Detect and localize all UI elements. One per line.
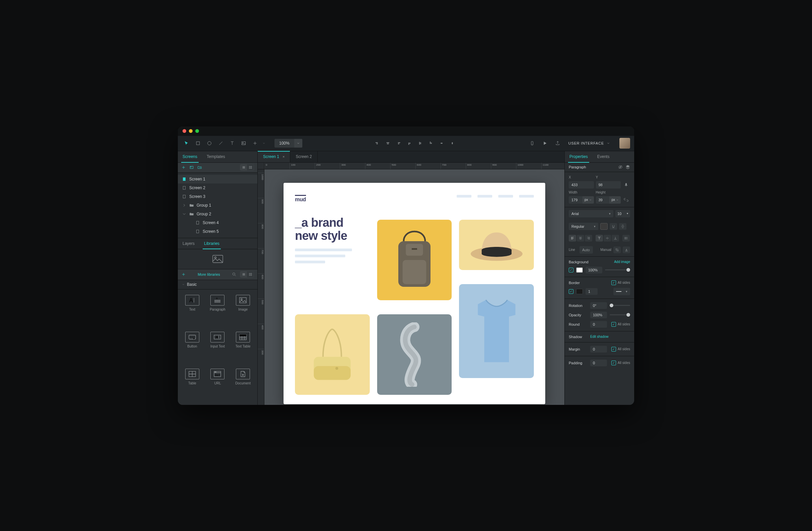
widget-table[interactable]: Table bbox=[180, 367, 205, 401]
bg-opacity-slider[interactable] bbox=[605, 269, 630, 270]
valign-bottom-icon[interactable] bbox=[612, 235, 619, 241]
opacity-input[interactable]: 100% bbox=[590, 312, 607, 318]
font-size-input[interactable]: 10▾ bbox=[615, 210, 630, 217]
artboard[interactable]: mud _a brand new style bbox=[284, 183, 545, 404]
play-icon[interactable] bbox=[540, 138, 550, 148]
border-enabled-checkbox[interactable]: ✓ bbox=[569, 289, 574, 294]
align-hcenter-icon[interactable] bbox=[383, 138, 393, 148]
card-bag[interactable] bbox=[295, 314, 370, 395]
card-backpack[interactable] bbox=[377, 220, 452, 300]
tree-item-group-2[interactable]: Group 2 bbox=[178, 210, 257, 218]
border-allsides-checkbox[interactable]: ✓ bbox=[611, 280, 616, 285]
image-screen-icon[interactable] bbox=[189, 165, 194, 170]
align-right-text-icon[interactable] bbox=[585, 235, 592, 241]
valign-top-icon[interactable] bbox=[596, 235, 603, 241]
height-input[interactable]: 39px bbox=[596, 196, 621, 204]
more-libraries-link[interactable]: More libraries bbox=[189, 272, 229, 276]
canvas-stage[interactable]: mud _a brand new style bbox=[264, 169, 564, 405]
line-tool[interactable] bbox=[216, 138, 226, 148]
align-vcenter-icon[interactable] bbox=[416, 138, 425, 148]
rotation-input[interactable]: 0° bbox=[590, 302, 607, 309]
list-view-icon[interactable] bbox=[240, 164, 247, 171]
crop-icon[interactable] bbox=[613, 247, 621, 253]
close-tab-icon[interactable]: × bbox=[282, 154, 285, 159]
tab-libraries[interactable]: Libraries bbox=[199, 238, 224, 249]
padding-allsides-checkbox[interactable]: ✓ bbox=[611, 360, 616, 365]
tree-item-screen-5[interactable]: Screen 5 bbox=[178, 227, 257, 236]
edit-shadow-link[interactable]: Edit shadow bbox=[590, 335, 608, 338]
font-family-dropdown[interactable]: Arial▾ bbox=[569, 210, 613, 217]
widget-url[interactable]: http://URL bbox=[205, 367, 230, 401]
tab-events[interactable]: Events bbox=[593, 151, 614, 162]
add-image-link[interactable]: Add image bbox=[614, 260, 630, 264]
card-scarf[interactable] bbox=[377, 314, 452, 395]
ellipse-tool[interactable] bbox=[205, 138, 214, 148]
widget-input-text[interactable]: AInput Text bbox=[205, 330, 230, 365]
tree-item-screen-3[interactable]: Screen 3 bbox=[178, 192, 257, 201]
align-left-text-icon[interactable] bbox=[569, 235, 576, 241]
tree-item-screen-1[interactable]: Screen 1 bbox=[178, 175, 257, 183]
pin-icon[interactable] bbox=[623, 181, 629, 188]
align-bottom-icon[interactable] bbox=[426, 138, 436, 148]
widget-paragraph[interactable]: AParagraph bbox=[205, 293, 230, 328]
card-hat[interactable] bbox=[459, 220, 534, 270]
device-preview-icon[interactable] bbox=[527, 138, 537, 148]
minimize-window-icon[interactable] bbox=[189, 129, 193, 133]
share-icon[interactable] bbox=[553, 138, 562, 148]
distribute-h-icon[interactable] bbox=[448, 138, 457, 148]
tab-screens[interactable]: Screens bbox=[178, 151, 202, 162]
valign-middle-icon[interactable] bbox=[604, 235, 611, 241]
margin-input[interactable]: 0 bbox=[590, 346, 607, 353]
grid-view-icon[interactable] bbox=[247, 164, 254, 171]
bg-color-swatch[interactable] bbox=[576, 267, 583, 273]
align-top-icon[interactable] bbox=[405, 138, 414, 148]
lib-view-toggle[interactable] bbox=[240, 271, 254, 278]
new-folder-icon[interactable] bbox=[197, 165, 202, 170]
tab-layers[interactable]: Layers bbox=[178, 238, 199, 249]
round-input[interactable]: 0 bbox=[590, 321, 607, 328]
add-tool-caret[interactable] bbox=[262, 138, 266, 148]
text-tool[interactable] bbox=[228, 138, 237, 148]
close-window-icon[interactable] bbox=[183, 129, 186, 133]
align-center-text-icon[interactable] bbox=[577, 235, 584, 241]
image-tool[interactable] bbox=[239, 138, 248, 148]
round-allsides-checkbox[interactable]: ✓ bbox=[611, 322, 616, 327]
link-wh-icon[interactable] bbox=[623, 196, 629, 203]
tab-templates[interactable]: Templates bbox=[202, 151, 230, 162]
rectangle-tool[interactable] bbox=[193, 138, 203, 148]
add-library-icon[interactable] bbox=[181, 272, 186, 277]
lib-list-view-icon[interactable] bbox=[240, 271, 247, 277]
card-top[interactable] bbox=[459, 284, 534, 378]
lib-grid-view-icon[interactable] bbox=[247, 271, 254, 277]
doc-tab-screen-1[interactable]: Screen 1× bbox=[258, 151, 290, 162]
padding-input[interactable]: 0 bbox=[590, 359, 607, 366]
bg-opacity-input[interactable]: 100% bbox=[585, 267, 602, 274]
zoom-control[interactable]: 100% bbox=[274, 139, 302, 148]
width-input[interactable]: 179px bbox=[569, 196, 594, 204]
add-tool[interactable] bbox=[250, 138, 260, 148]
border-width-input[interactable]: 1 bbox=[585, 288, 598, 295]
add-screen-icon[interactable] bbox=[181, 165, 186, 170]
zoom-caret-icon[interactable] bbox=[294, 139, 302, 148]
widget-document[interactable]: Document bbox=[231, 367, 255, 401]
list-icon[interactable] bbox=[622, 235, 630, 241]
line-auto-input[interactable]: Auto bbox=[579, 246, 593, 254]
widget-text[interactable]: AText bbox=[180, 293, 205, 328]
canvas-logo[interactable]: mud bbox=[295, 195, 306, 203]
border-style-dropdown[interactable]: ▾ bbox=[613, 288, 630, 295]
view-toggle[interactable] bbox=[240, 164, 254, 171]
margin-allsides-checkbox[interactable]: ✓ bbox=[611, 347, 616, 352]
widget-button[interactable]: Button bbox=[180, 330, 205, 365]
mode-dropdown[interactable]: USER INTERFACE bbox=[566, 141, 613, 146]
y-input[interactable]: 98 bbox=[596, 181, 621, 189]
widget-image[interactable]: Image bbox=[231, 293, 255, 328]
search-icon[interactable] bbox=[232, 272, 236, 277]
section-basic[interactable]: Basic bbox=[178, 280, 257, 290]
underline-icon[interactable] bbox=[610, 223, 617, 230]
align-left-icon[interactable] bbox=[394, 138, 403, 148]
tree-item-screen-4[interactable]: Screen 4 bbox=[178, 218, 257, 227]
tree-item-screen-2[interactable]: Screen 2 bbox=[178, 183, 257, 192]
doc-tab-screen-2[interactable]: Screen 2 bbox=[290, 151, 317, 162]
layers-icon[interactable] bbox=[625, 165, 630, 169]
maximize-window-icon[interactable] bbox=[195, 129, 199, 133]
